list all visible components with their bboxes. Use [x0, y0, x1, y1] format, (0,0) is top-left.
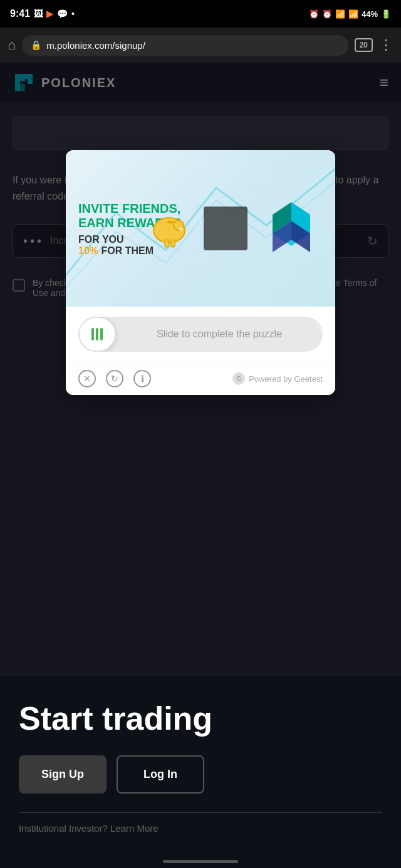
- slide-bar[interactable]: Slide to complete the puzzle: [78, 317, 323, 352]
- alarm-icon: ⏰: [309, 9, 319, 19]
- browser-bar: ⌂ 🔒 m.poloniex.com/signup/ 20 ⋮: [0, 28, 401, 63]
- url-text: m.poloniex.com/signup/: [46, 40, 145, 51]
- geetest-logo-icon: G: [232, 372, 245, 385]
- svg-point-8: [179, 227, 183, 231]
- slide-handle[interactable]: [78, 317, 116, 352]
- lock-icon: 🔒: [31, 40, 41, 50]
- puzzle-piece-overlay: [204, 207, 247, 250]
- piggy-svg: [147, 205, 191, 249]
- slide-bar-area: Slide to complete the puzzle: [66, 307, 335, 362]
- svg-rect-5: [165, 240, 169, 247]
- status-left: 9:41 🖼 ▶ 💬 •: [10, 8, 75, 19]
- close-modal-icon[interactable]: ✕: [78, 370, 96, 387]
- status-dot: •: [71, 9, 75, 19]
- home-indicator: [163, 860, 238, 863]
- svg-rect-6: [171, 240, 175, 247]
- home-icon[interactable]: ⌂: [8, 37, 16, 53]
- handle-bar-2: [96, 328, 98, 340]
- for-you-text: FOR YOU: [78, 234, 124, 245]
- refresh-puzzle-icon[interactable]: ↻: [106, 370, 123, 387]
- tab-count[interactable]: 20: [355, 38, 373, 52]
- signup-button[interactable]: Sign Up: [19, 755, 107, 794]
- puzzle-modal: INVITE FRIENDS, EARN REWARDS FOR YOU 10%…: [66, 150, 335, 395]
- handle-bar-3: [100, 328, 103, 340]
- browser-menu-icon[interactable]: ⋮: [379, 37, 393, 53]
- page-content: POLONIEX ≡ If you were invited by a frie…: [0, 63, 401, 676]
- institutional-investor-link[interactable]: Institutional Investor? Learn More: [19, 812, 382, 834]
- clock-icon: ⏰: [322, 9, 332, 19]
- slide-instruction-text: Slide to complete the puzzle: [116, 329, 323, 340]
- puzzle-poloniex-logo: [260, 196, 323, 261]
- status-gallery-icon: 🖼: [34, 9, 43, 19]
- battery-text: 44%: [362, 9, 378, 19]
- info-icon[interactable]: ℹ: [133, 370, 151, 387]
- cta-buttons: Sign Up Log In: [19, 755, 382, 794]
- piggy-bank-icon: [147, 205, 191, 252]
- svg-rect-7: [167, 221, 174, 223]
- status-time: 9:41: [10, 8, 30, 19]
- login-button[interactable]: Log In: [117, 755, 204, 794]
- status-notification-icon: ▶: [46, 9, 53, 19]
- status-bar: 9:41 🖼 ▶ 💬 • ⏰ ⏰ 📶 📶 44% 🔋: [0, 0, 401, 28]
- signal-bars: 📶: [348, 9, 358, 19]
- powered-by-text: Powered by Geetest: [249, 374, 323, 384]
- status-right: ⏰ ⏰ 📶 📶 44% 🔋: [309, 9, 391, 19]
- geetest-branding: G Powered by Geetest: [232, 372, 323, 385]
- handle-bar-1: [91, 328, 94, 340]
- percent-text: 10%: [78, 245, 98, 256]
- wifi-icon: 📶: [335, 9, 345, 19]
- footer-icons: ✕ ↻ ℹ: [78, 370, 151, 387]
- for-them-text: FOR THEM: [101, 245, 154, 256]
- battery-icon: 🔋: [381, 9, 391, 19]
- puzzle-image-area: INVITE FRIENDS, EARN REWARDS FOR YOU 10%…: [66, 150, 335, 307]
- url-bar[interactable]: 🔒 m.poloniex.com/signup/: [22, 35, 348, 56]
- modal-footer: ✕ ↻ ℹ G Powered by Geetest: [66, 362, 335, 395]
- status-messenger-icon: 💬: [57, 9, 68, 19]
- start-trading-title: Start trading: [19, 701, 382, 737]
- bottom-section: Start trading Sign Up Log In Institution…: [0, 676, 401, 868]
- poloniex-3d-logo: [260, 196, 323, 258]
